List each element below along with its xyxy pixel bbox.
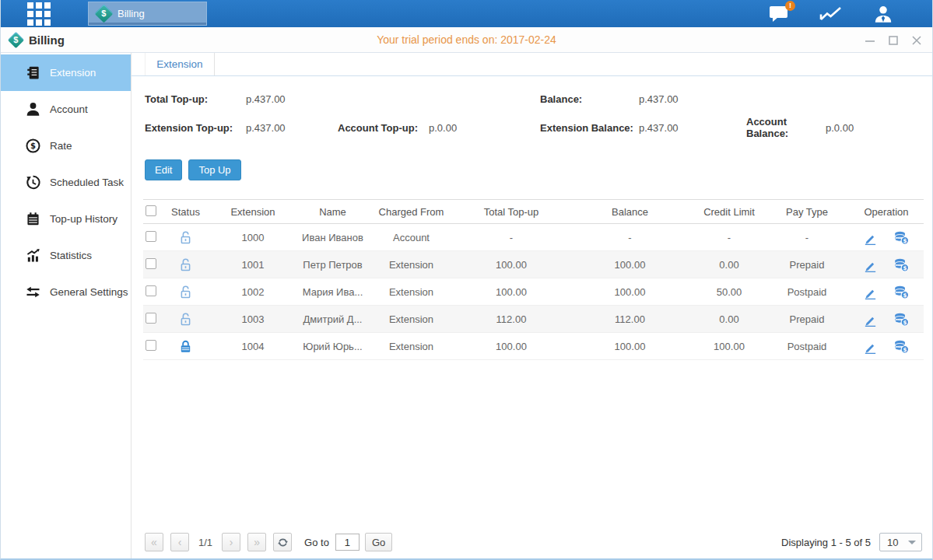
row-checkbox[interactable] (146, 258, 156, 269)
top-bar: $ Billing ! (1, 0, 932, 27)
table-row: 1000 Иван Иванов Account - - - - $ (143, 224, 924, 251)
row-checkbox[interactable] (146, 340, 156, 351)
cell-credit-limit: - (693, 224, 765, 251)
cell-balance: 100.00 (566, 278, 693, 306)
cell-total-topup: 112.00 (456, 306, 566, 333)
messages-icon[interactable]: ! (767, 4, 791, 24)
cell-total-topup: 100.00 (456, 278, 566, 306)
cell-name: Дмитрий Д... (299, 306, 367, 333)
billing-dollar-icon: $ (8, 31, 24, 47)
person-icon (24, 101, 41, 118)
edit-pencil-icon[interactable] (863, 257, 878, 272)
last-page-button[interactable]: » (247, 533, 266, 551)
cell-credit-limit: 0.00 (693, 306, 765, 333)
first-page-button[interactable]: « (145, 533, 163, 551)
cell-name: Мария Ива... (299, 278, 367, 306)
column-header-charged-from: Charged From (367, 200, 456, 224)
cell-pay-type: Postpaid (765, 278, 849, 306)
user-account-icon[interactable] (872, 4, 895, 24)
window-title-text: Billing (29, 33, 65, 47)
extension-balance-value: p.437.00 (639, 122, 746, 134)
prev-page-button[interactable]: ‹ (170, 533, 189, 551)
extension-table-wrap: StatusExtensionNameCharged FromTotal Top… (143, 199, 922, 360)
sidebar-item-scheduled-task[interactable]: Scheduled Task (1, 164, 131, 201)
sidebar-item-statistics[interactable]: Statistics (1, 237, 131, 274)
sidebar-item-label: Scheduled Task (50, 177, 124, 188)
total-topup-label: Total Top-up: (145, 93, 246, 105)
maximize-icon[interactable] (888, 35, 898, 45)
pagination-right: Displaying 1 - 5 of 5 10 (781, 533, 922, 551)
billing-dollar-icon: $ (94, 4, 113, 23)
cell-name: Юрий Юрь... (299, 333, 367, 360)
top-up-button[interactable]: Top Up (188, 159, 240, 180)
cell-pay-type: Prepaid (765, 306, 849, 333)
lock-closed-icon (178, 338, 193, 355)
top-up-coins-icon[interactable]: $ (893, 257, 910, 272)
svg-text:$: $ (30, 142, 36, 150)
sidebar-item-label: Top-up History (50, 213, 118, 225)
lock-open-icon (178, 229, 193, 246)
svg-text:$: $ (903, 264, 907, 271)
cell-balance: - (566, 224, 693, 251)
column-header-operation: Operation (849, 200, 924, 224)
sidebar-item-account[interactable]: Account (1, 91, 131, 128)
select-all-checkbox[interactable] (146, 205, 156, 216)
svg-text:$: $ (903, 291, 907, 298)
row-checkbox[interactable] (146, 231, 156, 242)
top-up-coins-icon[interactable]: $ (893, 312, 910, 327)
minimize-icon[interactable] (865, 35, 875, 45)
cell-extension: 1003 (207, 306, 299, 333)
goto-page-input[interactable] (335, 534, 360, 551)
cell-name: Иван Иванов (299, 224, 367, 251)
cell-total-topup: 100.00 (456, 251, 566, 278)
top-up-coins-icon[interactable]: $ (893, 230, 910, 245)
sidebar-item-label: Statistics (50, 250, 92, 261)
tab-extension[interactable]: Extension (145, 53, 215, 75)
cell-charged-from: Extension (367, 278, 456, 306)
row-checkbox[interactable] (146, 313, 156, 324)
sidebar-item-extension[interactable]: Extension (1, 54, 131, 91)
balance-label: Balance: (540, 93, 639, 105)
sidebar-item-rate[interactable]: $ Rate (1, 128, 131, 164)
app-grid-icon[interactable] (27, 2, 51, 26)
extension-table: StatusExtensionNameCharged FromTotal Top… (143, 199, 924, 360)
refresh-icon[interactable] (273, 533, 292, 551)
edit-pencil-icon[interactable] (863, 312, 878, 327)
close-icon[interactable] (911, 35, 921, 45)
row-checkbox[interactable] (146, 285, 156, 296)
stats-chart-icon (24, 247, 41, 264)
extension-topup-value: p.437.00 (246, 122, 338, 134)
sidebar-item-general-settings[interactable]: General Settings (1, 274, 131, 310)
edit-pencil-icon[interactable] (863, 230, 878, 245)
balance-value: p.437.00 (639, 93, 746, 105)
account-topup-value: p.0.00 (429, 122, 540, 134)
cell-balance: 100.00 (566, 251, 693, 278)
edit-pencil-icon[interactable] (863, 339, 878, 354)
calendar-icon (24, 211, 41, 228)
cell-credit-limit: 50.00 (693, 278, 765, 306)
window-app-title: $ Billing (1, 33, 65, 47)
reports-chart-icon[interactable] (819, 4, 843, 24)
edit-pencil-icon[interactable] (863, 285, 878, 299)
go-button[interactable]: Go (365, 533, 392, 551)
next-page-button[interactable]: › (222, 533, 240, 551)
edit-button[interactable]: Edit (145, 159, 182, 180)
cell-pay-type: - (765, 224, 849, 251)
top-up-coins-icon[interactable]: $ (893, 339, 910, 354)
page-size-select[interactable]: 10 (879, 533, 922, 551)
svg-text:$: $ (903, 236, 907, 243)
cell-charged-from: Extension (367, 251, 456, 278)
taskbar-tab-label: Billing (118, 8, 145, 19)
history-clock-icon (24, 174, 41, 191)
taskbar-tab-billing[interactable]: $ Billing (88, 2, 207, 26)
table-row: 1004 Юрий Юрь... Extension 100.00 100.00… (143, 333, 924, 360)
cell-total-topup: - (456, 224, 566, 251)
extension-balance-label: Extension Balance: (540, 122, 639, 134)
svg-text:$: $ (903, 318, 907, 325)
balance-summary: Total Top-up: p.437.00 Balance: p.437.00… (145, 93, 932, 139)
cell-charged-from: Extension (367, 306, 456, 333)
top-up-coins-icon[interactable]: $ (893, 285, 910, 299)
goto-label: Go to (304, 537, 329, 548)
cell-credit-limit: 100.00 (693, 333, 765, 360)
sidebar-item-top-up-history[interactable]: Top-up History (1, 201, 131, 237)
